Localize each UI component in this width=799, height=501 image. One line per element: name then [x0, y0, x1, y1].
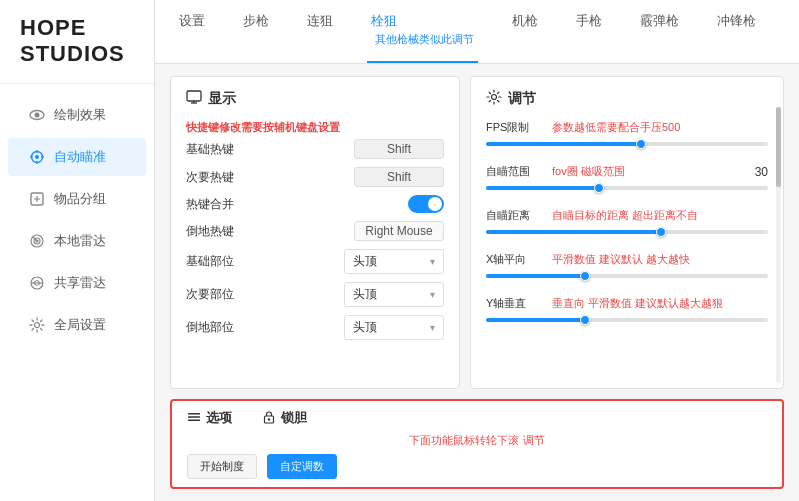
- nav-tabs: 设置 步枪 连狙 栓狙 其他枪械类似此调节 机枪 手枪 霰弹枪 冲锋枪: [175, 0, 779, 63]
- aim-range-control: 自瞄范围 fov圈 磁吸范围 30: [486, 164, 768, 194]
- aim-range-value: 30: [738, 165, 768, 179]
- y-smooth-label: Y轴垂直: [486, 296, 546, 311]
- hotkey-combine-label: 热键合并: [186, 196, 408, 213]
- settings-scrollbar[interactable]: [776, 107, 781, 383]
- panels-row: 显示 快捷键修改需要按辅机键盘设置 基础热键 Shift 次要热键 Shift …: [170, 76, 784, 389]
- sidebar-item-shared-radar[interactable]: 共享雷达: [8, 264, 146, 302]
- tab-assault[interactable]: 冲锋枪: [713, 0, 760, 40]
- settings-icon: [486, 89, 502, 108]
- base-position-row: 基础部位 头顶 ▾: [186, 249, 444, 274]
- tab-settings[interactable]: 设置: [175, 0, 209, 40]
- fps-limit-thumb[interactable]: [636, 139, 646, 149]
- hotkey-combine-row: 热键合并: [186, 195, 444, 213]
- reverse-position-select[interactable]: 头顶 ▾: [344, 315, 444, 340]
- list-icon: [187, 410, 201, 427]
- display-icon: [186, 89, 202, 108]
- aim-distance-label: 自瞄距离: [486, 208, 546, 223]
- svg-rect-22: [188, 419, 200, 421]
- top-navigation: 设置 步枪 连狙 栓狙 其他枪械类似此调节 机枪 手枪 霰弹枪 冲锋枪: [155, 0, 799, 64]
- aim-range-track[interactable]: [486, 186, 768, 190]
- options-subtitle: 下面功能鼠标转轮下滚 调节: [187, 431, 767, 450]
- y-smooth-track[interactable]: [486, 318, 768, 322]
- sidebar-item-label: 共享雷达: [54, 274, 106, 292]
- gear-icon: [28, 316, 46, 334]
- content-area: 显示 快捷键修改需要按辅机键盘设置 基础热键 Shift 次要热键 Shift …: [155, 64, 799, 501]
- box-icon: [28, 190, 46, 208]
- reverse-position-row: 倒地部位 头顶 ▾: [186, 315, 444, 340]
- x-smooth-thumb[interactable]: [580, 271, 590, 281]
- tab-sniper[interactable]: 栓狙 其他枪械类似此调节: [367, 0, 478, 63]
- sidebar: HOPE STUDIOS 绘制效果: [0, 0, 155, 501]
- lock-icon: [262, 410, 276, 427]
- svg-point-1: [35, 112, 40, 117]
- sidebar-item-local-radar[interactable]: 本地雷达: [8, 222, 146, 260]
- reverse-hotkey-value[interactable]: Right Mouse: [354, 221, 444, 241]
- sidebar-item-global-settings[interactable]: 全局设置: [8, 306, 146, 344]
- tab-rifle[interactable]: 步枪: [239, 0, 273, 40]
- eye-icon: [28, 106, 46, 124]
- y-smooth-thumb[interactable]: [580, 315, 590, 325]
- svg-rect-21: [188, 416, 200, 418]
- secondary-hotkey-value[interactable]: Shift: [354, 167, 444, 187]
- sidebar-item-label: 全局设置: [54, 316, 106, 334]
- reverse-position-value: 头顶: [353, 319, 377, 336]
- fps-limit-control: FPS限制 参数越低需要配合手压500: [486, 120, 768, 150]
- svg-point-24: [268, 418, 270, 420]
- aim-range-thumb[interactable]: [594, 183, 604, 193]
- aim-distance-fill: [486, 230, 661, 234]
- aim-distance-track[interactable]: [486, 230, 768, 234]
- hotkey-combine-toggle[interactable]: [408, 195, 444, 213]
- tab-shotgun[interactable]: 霰弹枪: [636, 0, 683, 40]
- svg-point-15: [35, 322, 40, 327]
- chevron-down-icon-3: ▾: [430, 322, 435, 333]
- options-title-1: 选项: [187, 409, 232, 427]
- tab-subtitle: 其他枪械类似此调节: [371, 30, 474, 53]
- svg-rect-16: [187, 91, 201, 101]
- tab-smg[interactable]: 连狙: [303, 0, 337, 40]
- options-btn-1[interactable]: 开始制度: [187, 454, 257, 479]
- display-title-text: 显示: [208, 90, 236, 108]
- sidebar-item-auto-aim[interactable]: 自动瞄准: [8, 138, 146, 176]
- base-hotkey-value[interactable]: Shift: [354, 139, 444, 159]
- x-smooth-hint: 平滑数值 建议默认 越大越快: [552, 252, 768, 267]
- shortcut-hint: 快捷键修改需要按辅机键盘设置: [186, 120, 444, 135]
- display-panel-title: 显示: [186, 89, 444, 108]
- tab-machine-gun[interactable]: 机枪: [508, 0, 542, 40]
- svg-line-12: [33, 237, 37, 241]
- sidebar-nav: 绘制效果 自动瞄准 物品分组: [0, 84, 154, 356]
- secondary-hotkey-label: 次要热键: [186, 169, 354, 186]
- svg-point-19: [492, 95, 497, 100]
- secondary-hotkey-row: 次要热键 Shift: [186, 167, 444, 187]
- base-position-select[interactable]: 头顶 ▾: [344, 249, 444, 274]
- scrollbar-thumb[interactable]: [776, 107, 781, 187]
- tab-pistol[interactable]: 手枪: [572, 0, 606, 40]
- base-position-value: 头顶: [353, 253, 377, 270]
- settings-title-text: 调节: [508, 90, 536, 108]
- aim-range-hint: fov圈 磁吸范围: [552, 164, 732, 179]
- radar-icon: [28, 232, 46, 250]
- aim-distance-control: 自瞄距离 自瞄目标的距离 超出距离不自: [486, 208, 768, 238]
- options-bottom: 开始制度 自定调数: [187, 454, 767, 479]
- sidebar-item-draw-effects[interactable]: 绘制效果: [8, 96, 146, 134]
- y-smooth-fill: [486, 318, 585, 322]
- options-title-2: 锁胆: [262, 409, 307, 427]
- sidebar-item-item-group[interactable]: 物品分组: [8, 180, 146, 218]
- reverse-position-label: 倒地部位: [186, 319, 344, 336]
- fps-limit-track[interactable]: [486, 142, 768, 146]
- reverse-hotkey-row: 倒地热键 Right Mouse: [186, 221, 444, 241]
- x-smooth-track[interactable]: [486, 274, 768, 278]
- logo: HOPE STUDIOS: [0, 0, 154, 84]
- secondary-position-value: 头顶: [353, 286, 377, 303]
- aim-range-fill: [486, 186, 599, 190]
- sidebar-item-label: 本地雷达: [54, 232, 106, 250]
- aim-distance-thumb[interactable]: [656, 227, 666, 237]
- secondary-position-label: 次要部位: [186, 286, 344, 303]
- options-btn-2[interactable]: 自定调数: [267, 454, 337, 479]
- secondary-position-select[interactable]: 头顶 ▾: [344, 282, 444, 307]
- crosshair-icon: [28, 148, 46, 166]
- sidebar-item-label: 物品分组: [54, 190, 106, 208]
- x-smooth-label: X轴平向: [486, 252, 546, 267]
- base-hotkey-label: 基础热键: [186, 141, 354, 158]
- x-smooth-control: X轴平向 平滑数值 建议默认 越大越快: [486, 252, 768, 282]
- reverse-hotkey-label: 倒地热键: [186, 223, 354, 240]
